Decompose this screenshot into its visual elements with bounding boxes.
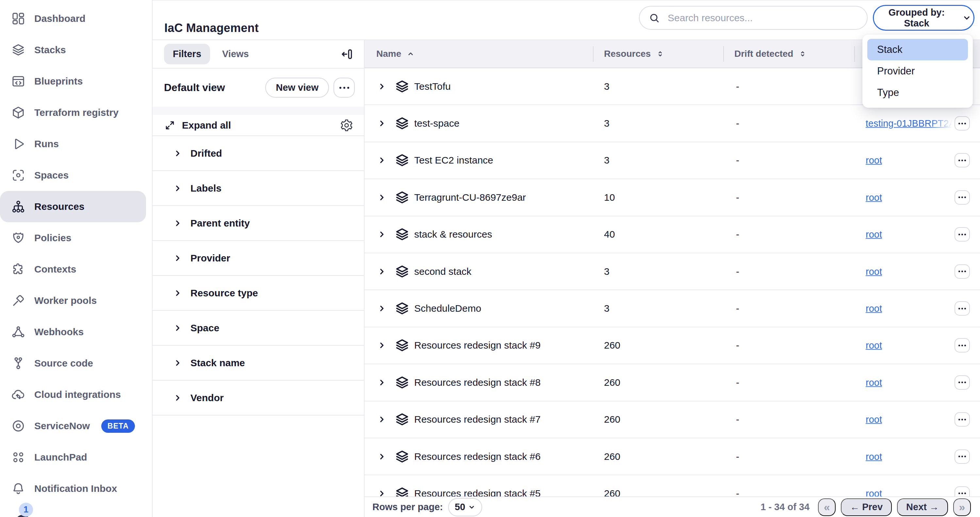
tab[interactable]: Filters <box>164 44 210 64</box>
table-row[interactable]: Resources redesign stack #8 260 - root <box>364 364 980 401</box>
dot <box>964 493 966 494</box>
filter-section[interactable]: Provider <box>153 241 364 276</box>
sidebar-item[interactable]: Worker pools <box>0 285 146 316</box>
next-page-button[interactable]: Next → <box>897 498 948 516</box>
row-expand-chevron[interactable] <box>377 452 387 461</box>
row-expand-chevron[interactable] <box>377 266 387 276</box>
filter-section[interactable]: Vendor <box>153 381 364 416</box>
row-expand-chevron[interactable] <box>377 230 387 239</box>
row-expand-chevron[interactable] <box>377 303 387 313</box>
sidebar-item[interactable]: ServiceNow BETA <box>0 410 146 442</box>
sidebar-item[interactable]: Cloud integrations <box>0 379 146 410</box>
sidebar-item[interactable]: Notification Inbox <box>0 473 146 504</box>
filter-section[interactable]: Space <box>153 311 364 346</box>
sidebar-item[interactable]: Runs <box>0 128 146 160</box>
drift-detected-value: - <box>736 303 739 314</box>
row-menu-button[interactable] <box>955 190 970 205</box>
dot <box>961 382 963 383</box>
grouped-by-menu-item[interactable]: Stack <box>867 39 968 60</box>
new-view-button[interactable]: New view <box>265 78 329 98</box>
column-header-resources[interactable]: Resources <box>604 40 665 68</box>
grouped-by-menu-item[interactable]: Provider <box>867 60 968 82</box>
sidebar-item[interactable]: Blueprints <box>0 66 146 97</box>
grouped-by-menu-item[interactable]: Type <box>867 82 968 103</box>
filter-section[interactable]: Parent entity <box>153 206 364 241</box>
table-row[interactable]: ScheduleDemo 3 - root <box>364 290 980 327</box>
space-link[interactable]: root <box>865 266 882 277</box>
sidebar-item[interactable]: Policies <box>0 222 146 254</box>
row-menu-button[interactable] <box>955 338 970 352</box>
row-expand-chevron[interactable] <box>377 414 387 424</box>
row-menu-button[interactable] <box>955 449 970 464</box>
expand-all-label[interactable]: Expand all <box>182 120 231 131</box>
space-link[interactable]: root <box>865 155 882 166</box>
view-more-button[interactable] <box>334 78 355 98</box>
stack-name: Terragrunt-CU-8697ze9ar <box>414 192 526 203</box>
row-menu-button[interactable] <box>955 153 970 167</box>
table-row[interactable]: Test EC2 instance 3 - root <box>364 142 980 179</box>
row-expand-chevron[interactable] <box>377 193 387 202</box>
space-link[interactable]: root <box>865 303 882 314</box>
sidebar-item[interactable]: LaunchPad <box>0 442 146 473</box>
sidebar-item[interactable]: Resources <box>0 191 146 222</box>
table-row[interactable]: Resources redesign stack #7 260 - root <box>364 401 980 438</box>
filter-section[interactable]: Resource type <box>153 276 364 311</box>
sidebar-item[interactable]: Spaces <box>0 160 146 191</box>
space-link[interactable]: root <box>865 451 882 462</box>
resources-count: 3 <box>604 81 609 92</box>
column-header-name[interactable]: Name <box>376 40 415 68</box>
row-expand-chevron[interactable] <box>377 341 387 350</box>
rows-per-page-select[interactable]: 50 <box>448 498 482 516</box>
row-menu-button[interactable] <box>955 375 970 390</box>
row-menu-button[interactable] <box>955 264 970 279</box>
table-row[interactable]: Resources redesign stack #9 260 - root <box>364 327 980 364</box>
beta-badge: BETA <box>101 419 135 433</box>
tab[interactable]: Views <box>213 44 258 64</box>
table-row[interactable]: test-space 3 - testing-01JBBRPT2AN <box>364 105 980 142</box>
collapse-panel-button[interactable] <box>340 47 354 61</box>
dot <box>958 234 960 235</box>
row-expand-chevron[interactable] <box>377 155 387 165</box>
space-link[interactable]: root <box>865 229 882 240</box>
space-link[interactable]: testing-01JBBRPT2AN <box>865 118 955 129</box>
table-row[interactable]: second stack 3 - root <box>364 253 980 290</box>
sidebar-item[interactable]: Contexts <box>0 254 146 285</box>
row-menu-button[interactable] <box>955 116 970 130</box>
grouped-by-button[interactable]: Grouped by: Stack <box>873 5 974 31</box>
filter-section[interactable]: Stack name <box>153 346 364 381</box>
search-input[interactable] <box>667 12 858 24</box>
filter-settings-button[interactable] <box>340 119 353 132</box>
space-link[interactable]: root <box>865 414 882 425</box>
chevron-right-icon <box>377 119 387 128</box>
table-row[interactable]: stack & resources 40 - root <box>364 216 980 253</box>
table-row[interactable]: Resources redesign stack #6 260 - root <box>364 438 980 475</box>
dot <box>964 160 966 161</box>
space-link[interactable]: root <box>865 377 882 388</box>
row-menu-button[interactable] <box>955 227 970 241</box>
sidebar-item[interactable]: Dashboard <box>0 3 146 34</box>
sidebar-item[interactable]: Stacks <box>0 34 146 66</box>
filter-section-label: Stack name <box>191 357 245 368</box>
row-expand-chevron[interactable] <box>377 377 387 387</box>
row-expand-chevron[interactable] <box>377 82 387 91</box>
sidebar-item[interactable]: Terraform registry <box>0 97 146 128</box>
sidebar-item[interactable]: Webhooks <box>0 316 146 347</box>
table-row[interactable]: Terragrunt-CU-8697ze9ar 10 - root <box>364 179 980 216</box>
gear-icon <box>340 119 353 132</box>
resources-count: 260 <box>604 451 620 462</box>
sidebar-item[interactable]: Source code <box>0 347 146 379</box>
last-page-button[interactable]: » <box>953 498 971 516</box>
filter-section[interactable]: Drifted <box>153 136 364 171</box>
launchpad-icon <box>11 450 25 465</box>
row-menu-button[interactable] <box>955 301 970 316</box>
first-page-button[interactable]: « <box>818 498 835 516</box>
row-menu-button[interactable] <box>955 412 970 427</box>
filter-section[interactable]: Labels <box>153 171 364 206</box>
row-expand-chevron[interactable] <box>377 119 387 128</box>
space-link[interactable]: root <box>865 340 882 351</box>
sidebar-item-label: Webhooks <box>34 327 84 338</box>
prev-page-button[interactable]: ← Prev <box>841 498 892 516</box>
space-link[interactable]: root <box>865 192 882 203</box>
column-header-drift-detected[interactable]: Drift detected <box>734 40 807 68</box>
dot <box>958 308 960 309</box>
